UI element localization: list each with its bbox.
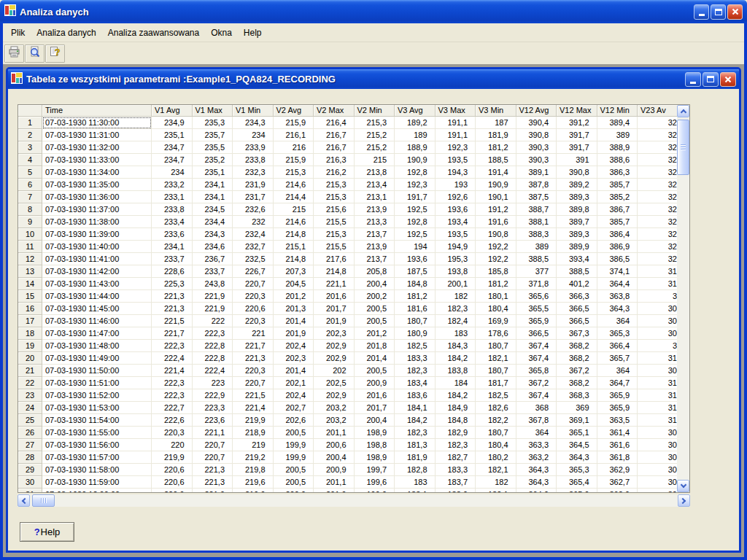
- value-cell[interactable]: 219,8: [233, 464, 274, 476]
- value-cell[interactable]: 391,7: [557, 129, 597, 141]
- value-cell[interactable]: 215: [355, 154, 395, 166]
- value-cell[interactable]: 388,5: [557, 265, 597, 278]
- value-cell[interactable]: 214,8: [274, 253, 314, 265]
- value-cell[interactable]: 220,6: [233, 303, 274, 315]
- value-cell[interactable]: 235,3: [193, 117, 233, 129]
- value-cell[interactable]: 385,7: [597, 179, 638, 191]
- value-cell[interactable]: 220,3: [233, 365, 274, 377]
- value-cell[interactable]: 226,7: [233, 265, 274, 278]
- value-cell[interactable]: 205,8: [355, 265, 395, 278]
- value-cell[interactable]: 366,5: [557, 303, 597, 315]
- value-cell[interactable]: 215,3: [355, 117, 395, 129]
- value-cell[interactable]: 200,5: [274, 464, 314, 476]
- value-cell[interactable]: 201,3: [274, 303, 314, 315]
- value-cell[interactable]: 183: [436, 327, 476, 340]
- value-cell[interactable]: 30: [638, 439, 677, 451]
- value-cell[interactable]: 220,9: [152, 489, 193, 492]
- value-cell[interactable]: 364,5: [557, 439, 597, 451]
- value-cell[interactable]: 194: [395, 241, 436, 253]
- value-cell[interactable]: 192,8: [395, 166, 436, 179]
- value-cell[interactable]: 216,7: [314, 129, 355, 141]
- value-cell[interactable]: 201,4: [274, 365, 314, 377]
- value-cell[interactable]: 32: [638, 241, 677, 253]
- value-cell[interactable]: 234,5: [193, 203, 233, 216]
- value-cell[interactable]: 234: [233, 129, 274, 141]
- value-cell[interactable]: 192,2: [476, 253, 516, 265]
- value-cell[interactable]: 184: [436, 377, 476, 389]
- value-cell[interactable]: 368,2: [557, 352, 597, 365]
- value-cell[interactable]: 233,8: [152, 203, 193, 216]
- value-cell[interactable]: 183,6: [395, 389, 436, 402]
- value-cell[interactable]: 191,1: [436, 117, 476, 129]
- value-cell[interactable]: 184,9: [436, 402, 476, 414]
- value-cell[interactable]: 181,2: [476, 141, 516, 154]
- value-cell[interactable]: 391,7: [557, 141, 597, 154]
- print-preview-button[interactable]: [25, 44, 44, 63]
- value-cell[interactable]: 199,9: [355, 489, 395, 492]
- value-cell[interactable]: 215,5: [314, 241, 355, 253]
- value-cell[interactable]: 180,7: [395, 315, 436, 327]
- scroll-up-button[interactable]: [677, 105, 689, 117]
- value-cell[interactable]: 367,3: [557, 327, 597, 340]
- value-cell[interactable]: 215,2: [355, 141, 395, 154]
- value-cell[interactable]: 364: [597, 365, 638, 377]
- value-cell[interactable]: 216,7: [314, 141, 355, 154]
- value-cell[interactable]: 365,5: [516, 303, 557, 315]
- value-cell[interactable]: 365,9: [597, 402, 638, 414]
- value-cell[interactable]: 182,3: [395, 365, 436, 377]
- value-cell[interactable]: 200,9: [314, 464, 355, 476]
- value-cell[interactable]: 30: [638, 489, 677, 492]
- value-cell[interactable]: 193,6: [436, 203, 476, 216]
- value-cell[interactable]: 213,9: [355, 241, 395, 253]
- time-cell[interactable]: 07-03-1930 11:46:00: [42, 315, 152, 327]
- value-cell[interactable]: 31: [638, 265, 677, 278]
- value-cell[interactable]: 362,7: [597, 476, 638, 489]
- value-cell[interactable]: 201,2: [274, 290, 314, 303]
- time-cell[interactable]: 07-03-1930 11:41:00: [42, 253, 152, 265]
- value-cell[interactable]: 30: [638, 327, 677, 340]
- value-cell[interactable]: 32: [638, 129, 677, 141]
- value-cell[interactable]: 200,9: [355, 377, 395, 389]
- value-cell[interactable]: 193,4: [436, 216, 476, 228]
- value-cell[interactable]: 214,8: [274, 228, 314, 241]
- time-cell[interactable]: 07-03-1930 11:40:00: [42, 241, 152, 253]
- time-cell[interactable]: 07-03-1930 11:50:00: [42, 365, 152, 377]
- menu-item-analiza-zaawansowana[interactable]: Analiza zaawansowana: [102, 25, 205, 41]
- scroll-left-button[interactable]: [18, 494, 30, 507]
- value-cell[interactable]: 190,8: [476, 228, 516, 241]
- value-cell[interactable]: 389: [597, 129, 638, 141]
- value-cell[interactable]: 233,4: [152, 216, 193, 228]
- value-cell[interactable]: 364: [516, 427, 557, 439]
- value-cell[interactable]: 182,1: [476, 489, 516, 492]
- value-cell[interactable]: 201,8: [355, 340, 395, 352]
- help-topics-button[interactable]: ?: [45, 44, 65, 63]
- value-cell[interactable]: 201,4: [274, 315, 314, 327]
- value-cell[interactable]: 388,1: [516, 216, 557, 228]
- time-cell[interactable]: 07-03-1930 11:35:00: [42, 179, 152, 191]
- value-cell[interactable]: 181,2: [476, 278, 516, 290]
- value-cell[interactable]: 190,9: [476, 179, 516, 191]
- value-cell[interactable]: 30: [638, 476, 677, 489]
- value-cell[interactable]: 202,1: [274, 377, 314, 389]
- value-cell[interactable]: 234,1: [193, 179, 233, 191]
- value-cell[interactable]: 389: [516, 241, 557, 253]
- value-cell[interactable]: 180,4: [476, 303, 516, 315]
- value-cell[interactable]: 234,1: [193, 191, 233, 203]
- value-cell[interactable]: 235,1: [193, 166, 233, 179]
- value-cell[interactable]: 182: [436, 290, 476, 303]
- value-cell[interactable]: 222,8: [193, 340, 233, 352]
- value-cell[interactable]: 232,5: [233, 253, 274, 265]
- value-cell[interactable]: 202,9: [314, 352, 355, 365]
- value-cell[interactable]: 366,5: [557, 315, 597, 327]
- value-cell[interactable]: 366,3: [557, 290, 597, 303]
- value-cell[interactable]: 201,9: [274, 327, 314, 340]
- close-button[interactable]: [727, 4, 743, 20]
- value-cell[interactable]: 182,6: [476, 402, 516, 414]
- time-cell[interactable]: 07-03-1930 12:00:00: [42, 489, 152, 492]
- value-cell[interactable]: 221,1: [193, 427, 233, 439]
- value-cell[interactable]: 220,7: [233, 377, 274, 389]
- value-cell[interactable]: 223,3: [193, 402, 233, 414]
- time-cell[interactable]: 07-03-1930 11:53:00: [42, 402, 152, 414]
- value-cell[interactable]: 222,4: [193, 365, 233, 377]
- value-cell[interactable]: 180,1: [476, 290, 516, 303]
